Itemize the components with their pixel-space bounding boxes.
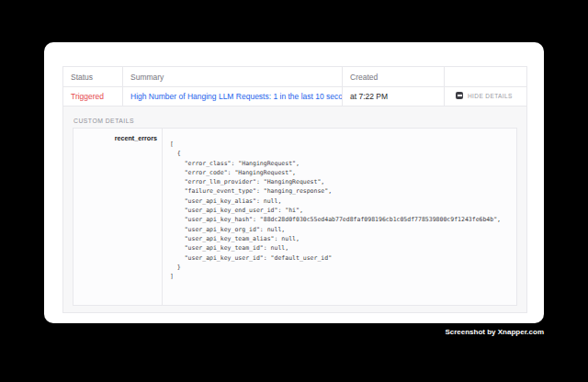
alerts-table: Status Summary Created Triggered High Nu… (62, 66, 527, 313)
column-header-created: Created (343, 67, 445, 87)
hide-details-label: HIDE DETAILS (468, 93, 513, 99)
details-box: recent_errors [ { "error_class": "Hangin… (73, 128, 517, 306)
actions-cell: HIDE DETAILS (445, 87, 527, 107)
hide-details-button[interactable]: HIDE DETAILS (452, 92, 513, 99)
alert-summary-link[interactable]: High Number of Hanging LLM Requests: 1 i… (130, 92, 343, 101)
collapse-minus-icon (456, 92, 463, 99)
summary-cell: High Number of Hanging LLM Requests: 1 i… (123, 87, 343, 107)
alert-row: Triggered High Number of Hanging LLM Req… (63, 87, 527, 107)
recent-errors-json: [ { "error_class": "HangingRequest", "er… (170, 140, 509, 281)
custom-details-heading: CUSTOM DETAILS (74, 118, 517, 124)
details-row: CUSTOM DETAILS recent_errors [ { "error_… (63, 107, 527, 313)
alert-card: Status Summary Created Triggered High Nu… (44, 42, 544, 323)
column-header-summary: Summary (123, 67, 343, 87)
screenshot-credit: Screenshot by Xnapper.com (445, 328, 544, 336)
status-badge: Triggered (71, 92, 104, 101)
created-cell: at 7:22 PM (343, 87, 445, 107)
details-key-label: recent_errors (74, 129, 163, 305)
custom-details-panel: CUSTOM DETAILS recent_errors [ { "error_… (63, 107, 527, 313)
column-header-status: Status (63, 67, 123, 87)
created-time: at 7:22 PM (350, 92, 388, 101)
details-json-area: [ { "error_class": "HangingRequest", "er… (163, 129, 516, 305)
column-header-actions (445, 67, 527, 87)
status-cell: Triggered (63, 87, 123, 107)
table-header-row: Status Summary Created (63, 67, 527, 87)
